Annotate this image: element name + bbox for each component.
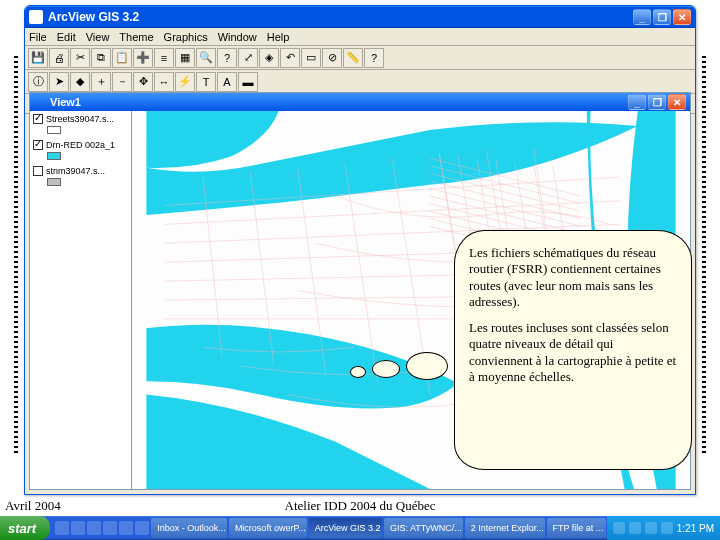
tray-icon[interactable] xyxy=(661,522,673,534)
callout-tail-1 xyxy=(406,352,448,380)
measure-icon[interactable]: 📏 xyxy=(343,48,363,68)
tray-clock[interactable]: 1:21 PM xyxy=(677,523,714,534)
toolbar-main: 💾🖨✂⧉📋➕≡▦🔍?⤢◈↶▭⊘📏? xyxy=(25,46,695,70)
ql-icon[interactable] xyxy=(55,521,69,535)
slide-border-right xyxy=(702,56,706,456)
find-icon[interactable]: 🔍 xyxy=(196,48,216,68)
ql-icon[interactable] xyxy=(103,521,117,535)
save-icon[interactable]: 💾 xyxy=(28,48,48,68)
zoom-full-icon[interactable]: ⤢ xyxy=(238,48,258,68)
menu-window[interactable]: Window xyxy=(218,31,257,43)
start-button[interactable]: start xyxy=(0,516,50,540)
layer-checkbox[interactable] xyxy=(33,114,43,124)
layer-swatch xyxy=(47,126,61,134)
text-icon[interactable]: A xyxy=(217,72,237,92)
tray-icon[interactable] xyxy=(613,522,625,534)
layer-swatch xyxy=(47,152,61,160)
task-items: Inbox - Outlook...Microsoft owerP...ArcV… xyxy=(150,518,607,538)
taskbar-item[interactable]: Inbox - Outlook... xyxy=(151,518,227,538)
callout-text-1: Les fichiers schématiques du réseau rout… xyxy=(469,245,677,310)
tray-icon[interactable] xyxy=(645,522,657,534)
taskbar-item[interactable]: 2 Internet Explor... xyxy=(465,518,545,538)
app-icon xyxy=(29,10,43,24)
menubar: File Edit View Theme Graphics Window Hel… xyxy=(25,28,695,46)
select-icon[interactable]: ▭ xyxy=(301,48,321,68)
close-button[interactable]: ✕ xyxy=(673,9,691,25)
menu-help[interactable]: Help xyxy=(267,31,290,43)
query-icon[interactable]: ? xyxy=(217,48,237,68)
slide-border-left xyxy=(14,56,18,456)
print-icon[interactable]: 🖨 xyxy=(49,48,69,68)
paste-icon[interactable]: 📋 xyxy=(112,48,132,68)
vertex-icon[interactable]: ◆ xyxy=(70,72,90,92)
view-title: View1 xyxy=(50,96,628,108)
pointer-icon[interactable]: ➤ xyxy=(49,72,69,92)
table-icon[interactable]: ▦ xyxy=(175,48,195,68)
cut-icon[interactable]: ✂ xyxy=(70,48,90,68)
label-icon[interactable]: T xyxy=(196,72,216,92)
app-title: ArcView GIS 3.2 xyxy=(48,10,633,24)
help-icon[interactable]: ? xyxy=(364,48,384,68)
view-icon xyxy=(34,96,46,108)
measure-tool-icon[interactable]: ↔ xyxy=(154,72,174,92)
table-of-contents[interactable]: Streets39047.s...Drn-RED 002a_1stnm39047… xyxy=(30,111,132,489)
layer-name: stnm39047.s... xyxy=(46,166,105,176)
zoom-active-icon[interactable]: ◈ xyxy=(259,48,279,68)
pan-icon[interactable]: ✥ xyxy=(133,72,153,92)
deselect-icon[interactable]: ⊘ xyxy=(322,48,342,68)
view-maximize-button[interactable]: ❐ xyxy=(648,94,666,110)
zoom-prev-icon[interactable]: ↶ xyxy=(280,48,300,68)
layer-checkbox[interactable] xyxy=(33,140,43,150)
draw-icon[interactable]: ▬ xyxy=(238,72,258,92)
taskbar-item[interactable]: FTP file at ... xyxy=(547,518,606,538)
toolbar-tools: ⓘ➤◆＋－✥↔⚡TA▬ xyxy=(25,70,695,94)
system-tray[interactable]: 1:21 PM xyxy=(607,516,720,540)
taskbar-item[interactable]: Microsoft owerP... xyxy=(229,518,307,538)
ql-icon[interactable] xyxy=(71,521,85,535)
menu-theme[interactable]: Theme xyxy=(119,31,153,43)
ql-icon[interactable] xyxy=(119,521,133,535)
zoom-in-icon[interactable]: ＋ xyxy=(91,72,111,92)
menu-graphics[interactable]: Graphics xyxy=(164,31,208,43)
callout-body: Les fichiers schématiques du réseau rout… xyxy=(454,230,692,470)
layer-swatch xyxy=(47,178,61,186)
menu-edit[interactable]: Edit xyxy=(57,31,76,43)
callout-tail-2 xyxy=(372,360,400,378)
menu-view[interactable]: View xyxy=(86,31,110,43)
taskbar: start Inbox - Outlook...Microsoft owerP.… xyxy=(0,516,720,540)
layer-name: Streets39047.s... xyxy=(46,114,114,124)
menu-file[interactable]: File xyxy=(29,31,47,43)
zoom-out-icon[interactable]: － xyxy=(112,72,132,92)
layer-item[interactable]: Drn-RED 002a_1 xyxy=(33,140,128,160)
taskbar-item[interactable]: ArcView GIS 3.2 xyxy=(309,518,382,538)
callout-text-2: Les routes incluses sont classées selon … xyxy=(469,320,677,385)
ql-icon[interactable] xyxy=(87,521,101,535)
window-controls: _ ❐ ✕ xyxy=(633,9,691,25)
layer-item[interactable]: Streets39047.s... xyxy=(33,114,128,134)
footer-title: Atelier IDD 2004 du Québec xyxy=(0,498,720,514)
layer-checkbox[interactable] xyxy=(33,166,43,176)
minimize-button[interactable]: _ xyxy=(633,9,651,25)
copy-icon[interactable]: ⧉ xyxy=(91,48,111,68)
titlebar[interactable]: ArcView GIS 3.2 _ ❐ ✕ xyxy=(25,6,695,28)
view-minimize-button[interactable]: _ xyxy=(628,94,646,110)
view-close-button[interactable]: ✕ xyxy=(668,94,686,110)
callout-tail-3 xyxy=(350,366,366,378)
ql-icon[interactable] xyxy=(135,521,149,535)
hotlink-icon[interactable]: ⚡ xyxy=(175,72,195,92)
tray-icon[interactable] xyxy=(629,522,641,534)
taskbar-item[interactable]: GIS: ATTyWNC/... xyxy=(384,518,463,538)
callout-cloud: Les fichiers schématiques du réseau rout… xyxy=(454,230,692,470)
maximize-button[interactable]: ❐ xyxy=(653,9,671,25)
layer-name: Drn-RED 002a_1 xyxy=(46,140,115,150)
layer-item[interactable]: stnm39047.s... xyxy=(33,166,128,186)
view-titlebar[interactable]: View1 _ ❐ ✕ xyxy=(30,93,690,111)
add-theme-icon[interactable]: ➕ xyxy=(133,48,153,68)
theme-props-icon[interactable]: ≡ xyxy=(154,48,174,68)
identify-icon[interactable]: ⓘ xyxy=(28,72,48,92)
